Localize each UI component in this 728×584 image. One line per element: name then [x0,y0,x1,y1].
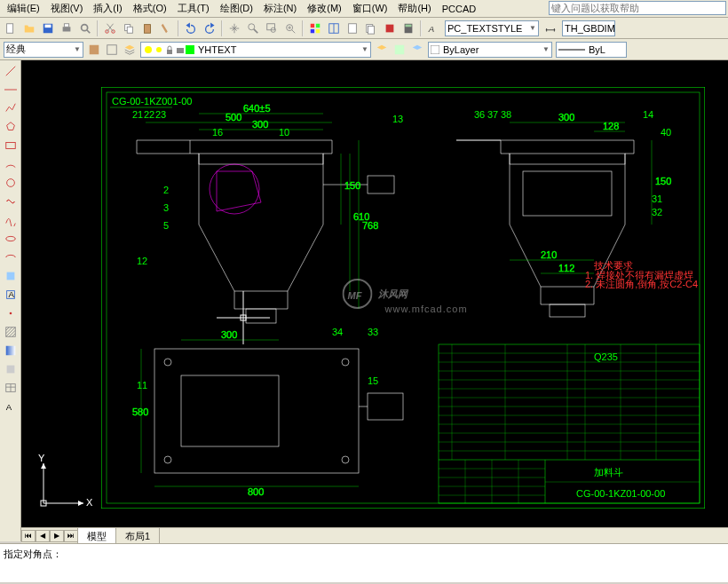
menu-window[interactable]: 窗口(W) [347,0,393,17]
layout-tabs: ⏮ ◀ ▶ ⏭ 模型 布局1 [21,527,728,543]
tab-layout1[interactable]: 布局1 [115,527,160,545]
svg-rect-30 [90,44,99,54]
zoom-realtime-icon[interactable] [244,20,262,37]
markup-icon[interactable] [381,20,399,37]
tab-next-icon[interactable]: ▶ [50,530,64,542]
cut-icon[interactable] [101,20,119,37]
match-icon[interactable] [157,20,175,37]
calc-icon[interactable] [400,20,417,37]
circle-icon[interactable] [2,174,20,192]
svg-text:11: 11 [137,380,147,391]
print-icon[interactable] [58,20,75,37]
region-icon[interactable] [2,360,20,378]
line-icon[interactable] [2,62,20,80]
svg-point-120 [342,359,349,366]
dimstyle-icon[interactable] [542,20,559,37]
menu-annotate[interactable]: 标注(N) [258,0,302,17]
menu-view[interactable]: 视图(V) [45,0,89,17]
insert-block-icon[interactable] [2,267,20,285]
arc-icon[interactable] [2,155,20,173]
style-icon1[interactable] [85,41,103,59]
copy-icon[interactable] [120,20,138,37]
svg-text:21: 21 [132,109,143,120]
toolpalettes-icon[interactable] [344,20,361,37]
ellipse-arc-icon[interactable] [2,249,20,266]
color-combo[interactable]: ByLayer▼ [428,42,552,58]
zoom-prev-icon[interactable] [281,20,299,37]
redo-icon[interactable] [201,20,218,37]
paste-icon[interactable] [138,20,156,37]
dimstyle-combo[interactable]: TH_GBDIM [562,20,615,36]
svg-line-40 [6,67,16,76]
linetype-combo[interactable]: ByL [556,42,627,58]
tab-last-icon[interactable]: ⏭ [64,530,78,542]
menu-modify[interactable]: 修改(M) [302,0,347,17]
hatch-icon[interactable] [2,323,20,341]
svg-rect-64 [246,309,276,323]
preview-icon[interactable] [76,20,94,37]
svg-rect-35 [177,48,184,53]
gradient-icon[interactable] [2,342,20,359]
svg-rect-115 [181,375,279,446]
svg-text:150: 150 [344,180,360,191]
xline-icon[interactable] [2,81,20,99]
svg-text:Q235: Q235 [594,351,618,362]
revcloud-icon[interactable] [2,193,20,210]
svg-rect-19 [311,28,314,32]
pan-icon[interactable] [226,20,243,37]
svg-text:112: 112 [558,263,574,273]
menu-draw[interactable]: 绘图(D) [215,0,258,17]
svg-rect-50 [6,346,16,356]
svg-rect-18 [316,23,320,27]
drawing-canvas[interactable]: CG-00-1KZ001-00 500 300 640±5 768 610 15… [21,60,728,527]
menu-pccad[interactable]: PCCAD [437,2,482,16]
tab-prev-icon[interactable]: ◀ [36,530,50,542]
svg-rect-171 [41,501,46,506]
point-icon[interactable] [2,304,20,322]
help-search-input[interactable] [549,1,726,15]
mtext-icon[interactable]: A [2,398,20,415]
spline-icon[interactable] [2,211,20,229]
polygon-icon[interactable] [2,118,20,136]
layer-manager-icon[interactable] [121,41,138,59]
pline-icon[interactable] [2,99,20,117]
menu-tools[interactable]: 工具(T) [172,0,215,17]
menu-format[interactable]: 格式(O) [128,0,172,17]
svg-text:5: 5 [163,220,169,231]
svg-rect-11 [145,24,151,33]
linetype-preview-icon [558,49,585,51]
style-combo[interactable]: 经典▼ [4,42,83,58]
designcenter-icon[interactable] [325,20,343,37]
open-icon[interactable] [20,20,38,37]
textstyle-icon[interactable]: A [424,20,442,37]
menu-insert[interactable]: 插入(I) [88,0,127,17]
command-line[interactable]: 指定对角点： [0,543,728,582]
make-block-icon[interactable]: A [2,286,20,304]
tab-model[interactable]: 模型 [77,527,116,545]
sheetset-icon[interactable] [362,20,380,37]
ellipse-icon[interactable] [2,230,20,248]
svg-text:22: 22 [144,109,154,120]
svg-rect-34 [167,50,172,54]
undo-icon[interactable] [182,20,200,37]
linetype-value: ByL [589,44,605,55]
menu-help[interactable]: 帮助(H) [392,0,436,17]
menu-edit[interactable]: 编辑(E) [2,0,45,17]
layer-iso-icon[interactable] [408,41,426,59]
layer-prev-icon[interactable] [373,41,391,59]
rectangle-icon[interactable] [2,137,20,154]
style-icon2[interactable] [103,41,121,59]
svg-text:加料斗: 加料斗 [594,467,623,477]
tab-first-icon[interactable]: ⏮ [21,530,36,542]
layer-combo[interactable]: YHTEXT▼ [140,42,371,58]
svg-text:CG-00-1KZ001-00: CG-00-1KZ001-00 [112,96,193,107]
table-icon[interactable] [2,379,20,397]
plot-icon [175,44,186,55]
textstyle-combo[interactable]: PC_TEXTSTYLE▼ [445,20,539,36]
properties-icon[interactable] [306,20,324,37]
layer-state-icon[interactable] [391,41,408,59]
save-icon[interactable] [39,20,57,37]
zoom-window-icon[interactable] [263,20,281,37]
svg-text:210: 210 [541,249,557,260]
new-icon[interactable] [2,20,20,37]
